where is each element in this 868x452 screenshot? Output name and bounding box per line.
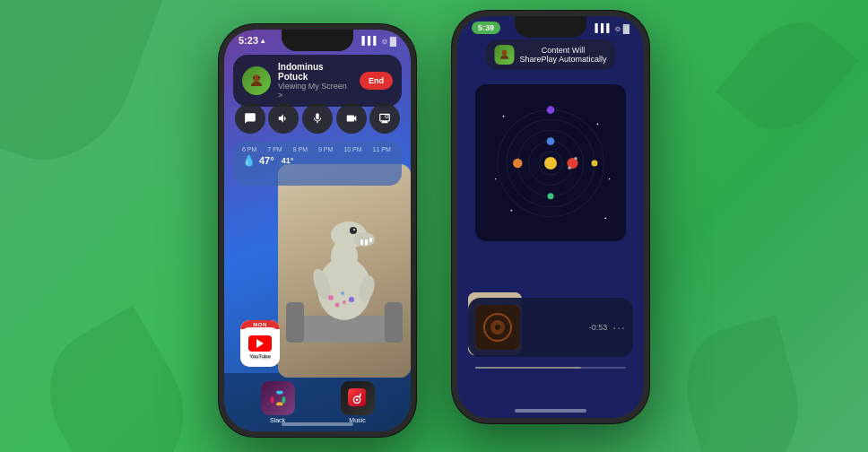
svg-point-64 bbox=[495, 325, 500, 330]
album-art-svg bbox=[488, 100, 613, 226]
notif-text: Content WillSharePlay Automatically bbox=[519, 46, 606, 64]
album-art bbox=[475, 84, 626, 241]
svg-point-49 bbox=[597, 123, 599, 125]
speaker-ctrl-btn[interactable] bbox=[268, 103, 299, 134]
svg-rect-15 bbox=[369, 238, 372, 242]
svg-rect-25 bbox=[282, 396, 285, 403]
youtube-play-triangle bbox=[256, 339, 264, 348]
wifi-icon: ⌾ bbox=[382, 36, 387, 46]
music-timer: -0:53 bbox=[589, 323, 608, 332]
svg-point-44 bbox=[547, 106, 555, 114]
right-phone-screen: 5:39 ▌▌▌ ⌾ ▓ Content WillSharePlay Autom… bbox=[457, 16, 644, 418]
svg-point-43 bbox=[513, 158, 523, 168]
message-ctrl-btn[interactable] bbox=[235, 103, 265, 134]
svg-rect-24 bbox=[276, 391, 282, 395]
svg-point-2 bbox=[258, 76, 260, 78]
svg-rect-14 bbox=[365, 239, 368, 245]
svg-point-47 bbox=[568, 166, 571, 170]
weather-temp: 💧 47° 41° bbox=[242, 154, 393, 167]
banner-subtitle: Viewing My Screen > bbox=[278, 82, 352, 100]
right-notch bbox=[515, 16, 586, 38]
svg-rect-23 bbox=[270, 396, 273, 403]
svg-point-48 bbox=[503, 115, 505, 117]
battery-icon: ▓ bbox=[390, 36, 396, 46]
right-status-icons: ▌▌▌ ⌾ ▓ bbox=[595, 23, 629, 33]
svg-point-19 bbox=[335, 303, 340, 308]
banner-text: Indominus Potuck Viewing My Screen > bbox=[278, 62, 352, 100]
music-player-mini[interactable]: -0:53 ··· bbox=[468, 298, 633, 357]
dock-app-slack[interactable]: Slack bbox=[261, 381, 295, 423]
left-home-indicator bbox=[282, 422, 353, 426]
weather-widget: 6 PM 7 PM 8 PM 9 PM 10 PM 11 PM 💧 47° 41… bbox=[233, 141, 402, 186]
right-signal-icon: ▌▌▌ bbox=[595, 23, 612, 32]
svg-point-53 bbox=[609, 178, 610, 178]
youtube-logo bbox=[248, 335, 272, 352]
svg-point-45 bbox=[592, 160, 598, 166]
svg-point-42 bbox=[548, 193, 554, 199]
dino-svg bbox=[282, 181, 407, 361]
dino-placeholder bbox=[278, 164, 411, 378]
weather-times: 6 PM 7 PM 8 PM 9 PM 10 PM 11 PM bbox=[242, 146, 393, 152]
avatar bbox=[242, 66, 271, 95]
location-icon: ▴ bbox=[261, 37, 265, 45]
left-status-time: 5:23 ▴ bbox=[239, 35, 265, 46]
left-status-icons: ▌▌▌ ⌾ ▓ bbox=[362, 36, 396, 46]
end-button[interactable]: End bbox=[360, 72, 393, 90]
svg-rect-5 bbox=[286, 302, 304, 343]
progress-bar[interactable] bbox=[475, 367, 626, 369]
svg-point-1 bbox=[253, 76, 255, 78]
banner-name: Indominus Potuck bbox=[278, 62, 352, 82]
svg-point-51 bbox=[604, 217, 606, 219]
content-notification: Content WillSharePlay Automatically bbox=[485, 39, 615, 70]
svg-point-32 bbox=[502, 50, 508, 56]
svg-point-29 bbox=[355, 398, 358, 401]
mic-ctrl-btn[interactable] bbox=[302, 103, 333, 134]
svg-point-40 bbox=[547, 137, 555, 145]
right-home-indicator bbox=[515, 409, 586, 413]
rain-drop-icon: 💧 bbox=[242, 154, 256, 167]
screen-ctrl-btn[interactable] bbox=[369, 103, 400, 134]
video-ctrl-btn[interactable] bbox=[336, 103, 367, 134]
control-row bbox=[233, 103, 402, 134]
svg-point-50 bbox=[510, 209, 512, 211]
green-time-pill: 5:39 bbox=[472, 22, 500, 34]
svg-rect-13 bbox=[360, 239, 363, 245]
right-phone: 5:39 ▌▌▌ ⌾ ▓ Content WillSharePlay Autom… bbox=[452, 11, 649, 423]
right-battery-icon: ▓ bbox=[623, 23, 629, 33]
music-thumbnail bbox=[475, 305, 520, 350]
dino-image bbox=[278, 164, 411, 378]
right-wifi-icon: ⌾ bbox=[615, 23, 621, 33]
music-icon bbox=[341, 381, 375, 415]
dock-app-music[interactable]: Music bbox=[341, 381, 375, 423]
svg-rect-26 bbox=[276, 403, 282, 406]
svg-point-18 bbox=[328, 295, 334, 300]
svg-point-52 bbox=[495, 178, 496, 178]
svg-rect-6 bbox=[385, 302, 403, 343]
svg-point-21 bbox=[349, 297, 354, 302]
progress-fill bbox=[475, 367, 581, 369]
shareplay-banner: Indominus Potuck Viewing My Screen > End bbox=[233, 55, 402, 107]
svg-point-22 bbox=[341, 291, 344, 295]
svg-point-12 bbox=[353, 229, 355, 230]
youtube-label: YouTube bbox=[249, 353, 271, 359]
left-phone: 5:23 ▴ ▌▌▌ ⌾ ▓ Indominus Potuck bbox=[219, 24, 416, 437]
svg-point-46 bbox=[574, 157, 577, 161]
notif-avatar-icon bbox=[494, 45, 514, 65]
youtube-app-icon[interactable]: YouTube bbox=[240, 327, 280, 367]
svg-point-3 bbox=[386, 115, 389, 118]
notch bbox=[282, 30, 353, 51]
more-options-icon[interactable]: ··· bbox=[612, 320, 626, 335]
signal-icon: ▌▌▌ bbox=[362, 36, 379, 45]
svg-point-20 bbox=[343, 300, 346, 304]
svg-point-39 bbox=[544, 157, 557, 170]
left-phone-screen: 5:23 ▴ ▌▌▌ ⌾ ▓ Indominus Potuck bbox=[224, 30, 411, 431]
slack-icon bbox=[261, 381, 295, 415]
svg-point-11 bbox=[350, 227, 357, 234]
background-decoration bbox=[0, 0, 868, 452]
